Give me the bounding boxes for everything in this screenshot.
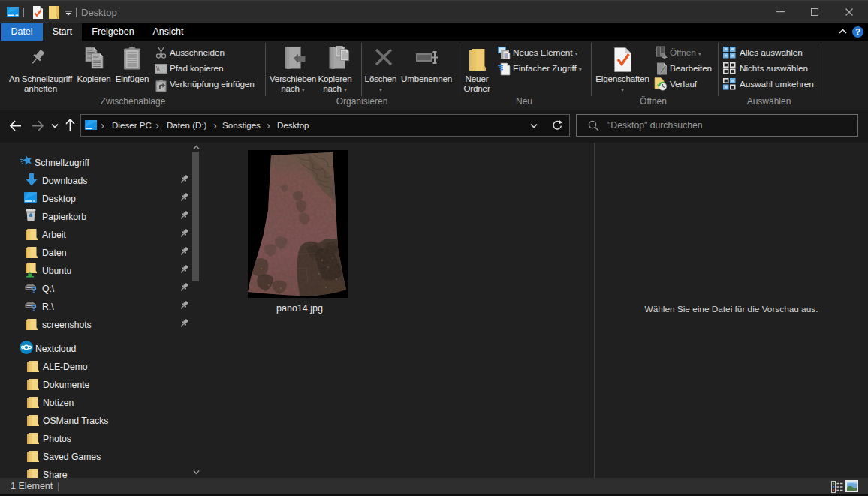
- svg-text:\\..: \\..: [156, 65, 163, 73]
- svg-text:?: ?: [855, 27, 860, 36]
